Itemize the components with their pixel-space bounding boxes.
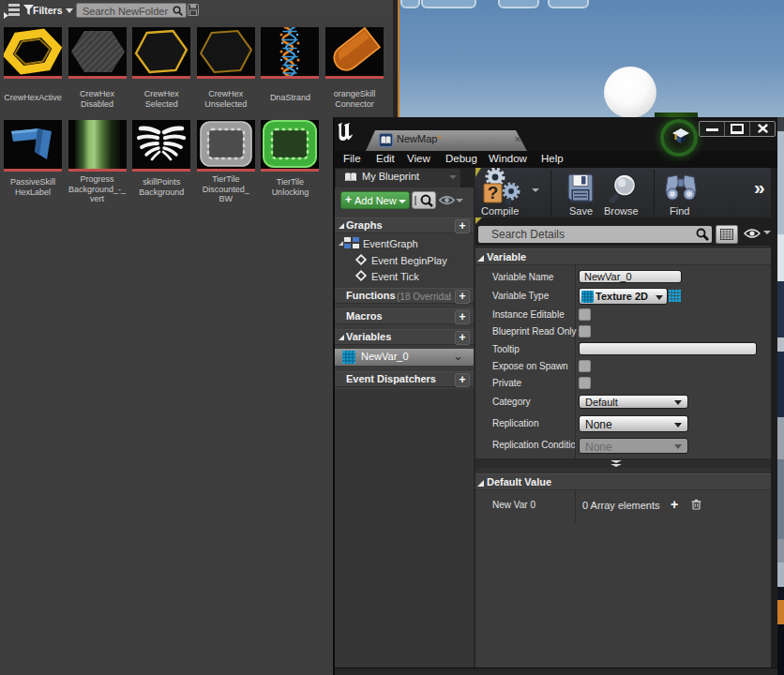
svg-text:?: ? bbox=[488, 183, 499, 202]
